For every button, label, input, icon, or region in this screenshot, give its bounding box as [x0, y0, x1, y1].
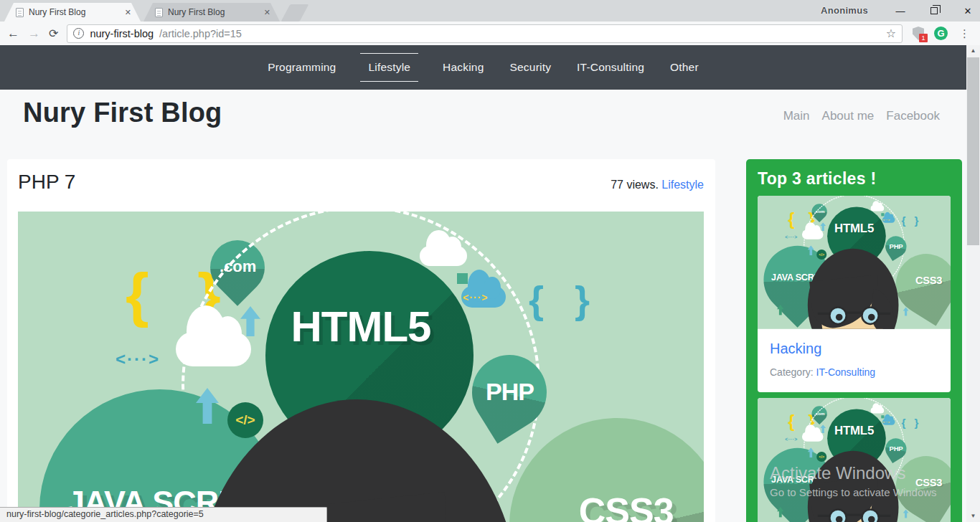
header-links: Main About me Facebook [783, 109, 940, 123]
top-article-image[interactable]: { } .com HTML5 <···> <···> { } PHP JAVA … [758, 398, 951, 522]
browser-menu-icon[interactable]: ⋮ [956, 27, 973, 40]
browser-titlebar: Nury First Blog ✕ Nury First Blog ✕ Anon… [0, 0, 980, 22]
glasses-arm [818, 313, 829, 315]
grammarly-extension-icon[interactable]: G [934, 27, 948, 40]
html5-label: HTML5 [758, 423, 951, 437]
css3-pin-label: CSS3 [898, 274, 951, 286]
reload-button[interactable]: ⟳ [49, 27, 58, 40]
top-articles-panel: Top 3 articles ! { } .com HTML5 <···> <·… [746, 159, 962, 522]
address-bar[interactable]: i nury-first-blog /article.php?id=15 ☆ [67, 24, 903, 43]
profile-name[interactable]: Anonimus [821, 5, 868, 16]
green-square-decoration [457, 273, 468, 284]
glasses-arm [818, 515, 829, 517]
html5-label: HTML5 [758, 221, 951, 234]
eye [868, 314, 875, 321]
web-technologies-illustration: { } .com HTML5 <···> <···> { } PHP JAVA … [18, 212, 704, 522]
nav-item-security[interactable]: Security [509, 54, 553, 81]
views-count: 77 views. [611, 179, 659, 191]
cloud-code-glyph: <···> [463, 292, 488, 303]
page-favicon-icon [155, 8, 163, 17]
cloud-code-glyph: <···> [883, 421, 890, 424]
html5-label: HTML5 [18, 302, 704, 351]
top-article-body: Hacking Category: IT-Consulting [758, 329, 951, 392]
article-category-link[interactable]: Lifestyle [661, 179, 704, 191]
nav-item-hacking[interactable]: Hacking [441, 54, 485, 81]
nav-item-it-consulting[interactable]: IT-Consulting [575, 54, 646, 81]
glasses-right-lens [861, 508, 880, 522]
nav-item-programming[interactable]: Programming [266, 54, 337, 81]
tag-glyph: <···> [785, 437, 797, 442]
page-info-icon[interactable]: i [73, 28, 84, 39]
glasses-left-lens [829, 306, 847, 325]
tab-close-icon[interactable]: ✕ [123, 8, 133, 17]
article-title: PHP 7 [18, 171, 75, 194]
header-link-main[interactable]: Main [783, 109, 810, 123]
article-image: { } .com HTML5 <···> <···> { } PHP JAVA … [18, 212, 704, 522]
maximize-restore-button[interactable] [929, 6, 939, 16]
eye [836, 516, 843, 522]
browser-tab-inactive[interactable]: Nury First Blog ✕ [143, 3, 280, 22]
url-path: /article.php?id=15 [159, 28, 880, 39]
tag-glyph: <···> [785, 234, 797, 240]
scroll-up-icon[interactable]: ▲ [966, 45, 980, 57]
nav-item-lifestyle[interactable]: Lifestyle [360, 53, 418, 82]
browser-toolbar: ← → ⟳ i nury-first-blog /article.php?id=… [0, 22, 980, 45]
browser-tab-active[interactable]: Nury First Blog ✕ [4, 3, 141, 22]
back-button[interactable]: ← [7, 27, 19, 39]
browser-window: Nury First Blog ✕ Nury First Blog ✕ Anon… [0, 0, 980, 522]
link-status-bar: nury-first-blog/categorie_articles.php?c… [0, 507, 327, 522]
glasses-bridge [846, 312, 862, 314]
top-article-card[interactable]: { } .com HTML5 <···> <···> { } PHP JAVA … [758, 196, 951, 392]
url-host: nury-first-blog [90, 28, 154, 39]
bookmark-star-icon[interactable]: ☆ [886, 27, 896, 40]
css3-pin-label: CSS3 [519, 490, 704, 522]
article-meta: 77 views. Lifestyle [611, 179, 704, 191]
glasses-arm [879, 515, 890, 517]
new-tab-button[interactable] [281, 4, 309, 22]
minimize-button[interactable]: — [895, 6, 905, 16]
php-pin-label: PHP [472, 378, 547, 406]
top-article-image[interactable]: { } .com HTML5 <···> <···> { } PHP JAVA … [758, 196, 951, 329]
code-circle: </> [816, 452, 826, 462]
category-link[interactable]: IT-Consulting [816, 366, 875, 378]
glasses-left-lens [829, 508, 847, 522]
top-article-card[interactable]: { } .com HTML5 <···> <···> { } PHP JAVA … [758, 398, 951, 522]
web-technologies-illustration: { } .com HTML5 <···> <···> { } PHP JAVA … [758, 398, 951, 522]
main-nav: Programming Lifestyle Hacking Security I… [0, 45, 966, 90]
css3-pin-label: CSS3 [898, 476, 951, 488]
eye [836, 314, 843, 321]
site-title: Nury First Blog [23, 98, 222, 128]
header-link-about[interactable]: About me [822, 109, 875, 123]
php-pin-label: PHP [885, 445, 906, 452]
tab-title: Nury First Blog [29, 7, 118, 17]
restore-icon [930, 7, 938, 14]
scrollbar-thumb[interactable] [967, 57, 979, 245]
forward-button[interactable]: → [28, 27, 40, 39]
glasses-bridge [846, 514, 862, 516]
extension-badge: 1 [919, 34, 928, 42]
page-scrollbar[interactable]: ▲ ▼ [966, 45, 980, 522]
nav-item-other[interactable]: Other [669, 54, 700, 81]
article-card: PHP 7 77 views. Lifestyle { } .com HTML5… [7, 159, 715, 522]
tab-close-icon[interactable]: ✕ [262, 8, 273, 17]
top-article-title-link[interactable]: Hacking [770, 341, 938, 357]
php-pin-label: PHP [885, 242, 906, 250]
tab-title: Nury First Blog [168, 7, 257, 17]
window-controls: — ✕ [895, 0, 973, 22]
eye [868, 516, 875, 522]
web-technologies-illustration: { } .com HTML5 <···> <···> { } PHP JAVA … [758, 196, 951, 329]
shield-extension-icon[interactable]: 1 [911, 22, 925, 45]
category-label: Category: [770, 366, 814, 378]
code-circle: </> [816, 250, 826, 260]
page-body: Nury First Blog Main About me Facebook P… [0, 90, 966, 522]
glasses-arm [879, 313, 890, 315]
close-button[interactable]: ✕ [963, 6, 973, 16]
top-article-category: Category: IT-Consulting [770, 366, 938, 378]
scroll-down-icon[interactable]: ▼ [966, 511, 980, 522]
header-link-facebook[interactable]: Facebook [886, 109, 940, 123]
page-favicon-icon [16, 8, 24, 17]
tag-glyph: <···> [116, 349, 160, 369]
cloud-code-glyph: <···> [883, 219, 890, 222]
glasses-right-lens [861, 306, 880, 325]
code-circle: </> [227, 402, 263, 438]
